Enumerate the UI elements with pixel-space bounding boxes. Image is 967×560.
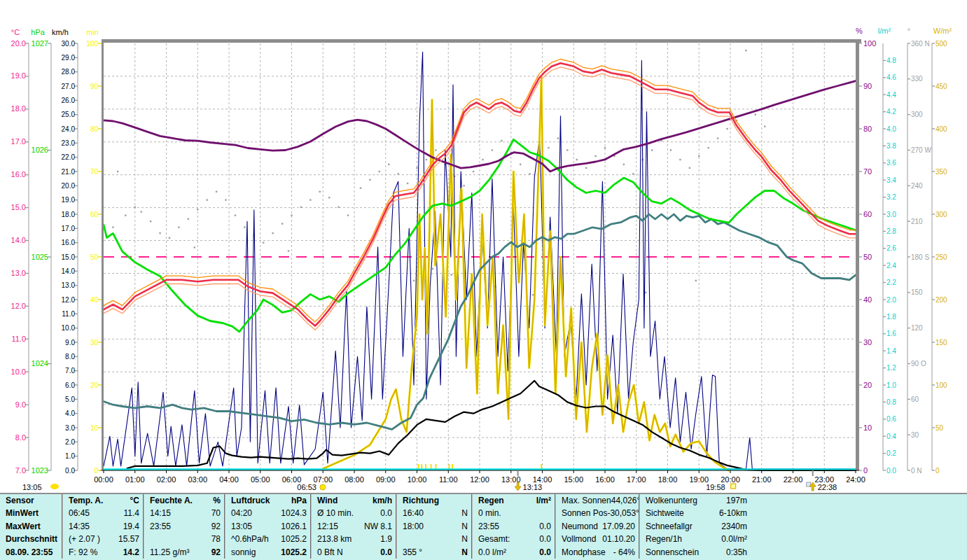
table-row: Richtung [397,494,473,507]
table-cell: Sonnen Pos [562,507,607,519]
table-cell: N [461,520,468,533]
table-row: ^0.6hPa/h1025.2 [225,533,312,545]
table-column-luftdruck: LuftdruckhPa04:201024.313:051026.1^0.6hP… [224,494,312,559]
wind-direction-dot [416,167,417,169]
table-row: Wolkenunterg197m [640,494,752,507]
table-cell: 0.0 [539,546,551,559]
table-row: 23:5592 [144,520,225,533]
table-row: 11.25 g/m³92 [144,546,225,559]
wind-direction-dot [112,226,113,227]
axis-label: 4.2 [886,108,896,115]
table-cell: Neumond [562,520,598,533]
sun-cloud-icon [50,484,59,489]
axis-label: 3.2 [886,193,896,201]
wind-direction-dot [272,232,273,234]
axis-label: 06:53 [297,483,316,491]
table-cell: 1025.2 [281,546,307,559]
table-column-info-1: Max. Sonnen44,026°Sonnen Pos-30,053°Neum… [555,494,640,559]
wind-direction-dot [134,206,136,208]
table-row: Vollmond01.10.20 [556,533,640,545]
table-row: 13:051026.1 [225,520,312,533]
axis-label: 4.0 [886,125,896,133]
table-row: Sensor [0,494,62,507]
table-row: LuftdruckhPa [225,494,312,507]
axis-label: 120 [911,324,923,332]
wind-direction-dot [407,183,408,184]
table-cell: Vollmond [562,533,596,545]
axis-label: 50 [935,424,944,432]
axis-label: 5.0 [65,396,75,403]
axis-label: 3.8 [886,142,896,150]
axis-label: 4.0 [65,410,75,417]
axis-label: 12:00 [470,475,489,484]
wind-direction-dot [225,199,226,200]
wind-direction-dot [244,226,245,227]
axis-label: 30 [911,431,919,439]
table-cell: Sonnenschein [646,546,699,559]
table-cell: Sensor [6,494,34,507]
table-cell: N [461,546,468,559]
table-cell: 13:05 [231,520,252,533]
table-cell: Luftdruck [231,494,270,507]
axis-label: 90 [90,83,99,90]
axis-label: 7.0 [65,367,75,374]
axis-label: 02:00 [157,475,176,484]
axis-label: 3.6 [886,159,896,167]
axis-label: 03:00 [188,475,207,484]
wind-direction-dot [197,209,198,210]
axis-label: 0 [94,467,98,475]
axis-label: 2.0 [65,438,75,446]
table-cell: 23:55 [150,520,171,533]
axis-label: 40 [90,296,99,304]
axis-label: 1.0 [886,382,896,389]
axis-label: 04:00 [219,475,239,484]
axis-label: 11:00 [439,475,458,484]
wind-direction-dot [194,246,195,248]
wind-direction-dot [548,147,549,148]
wind-direction-dot [338,206,339,208]
table-row: Mondphase- 64% [556,546,640,559]
axis-label: 7.0 [15,466,26,475]
axis-label: 90 [863,82,872,90]
wind-direction-dot [288,250,289,251]
wind-direction-dot [585,167,587,169]
axis-label: 60 [911,396,919,403]
axis-label: 150 [911,288,923,296]
axis-label: 15.0 [11,203,26,211]
table-cell: 6-10km [719,507,747,519]
table-cell: Gesamt: [478,533,510,545]
plot-frame-left [102,39,104,470]
wind-direction-dot [726,128,728,130]
axis-label: 30.0 [62,40,76,48]
weather-chart: 00:0001:0002:0003:0004:0005:0006:0007:00… [0,0,967,493]
table-row: 08.09. 23:55 [0,546,62,559]
table-row: N [397,533,473,545]
axis-label: 6.0 [65,382,75,389]
axis-label: 1024 [32,359,48,368]
wind-direction-dot [576,159,578,160]
axis-label: 50 [90,253,99,261]
axis-label: 350 [935,168,947,176]
table-row: MaxWert [0,520,62,533]
axis-label: 70 [90,168,99,176]
axis-label: 17.0 [11,137,26,146]
wind-direction-dot [463,185,464,186]
axis-label: 180 S [911,253,929,261]
axis-label: 13.0 [11,269,26,277]
axis-label: 21.0 [62,168,76,176]
wind-direction-dot [492,149,493,150]
table-column-sensor: SensorMinWertMaxWertDurchschnitt08.09. 2… [0,494,62,559]
axis-label: 1027 [32,39,48,48]
wind-direction-dot [206,199,207,200]
table-row: 14:3519.4 [63,520,144,533]
table-column-info-2: Wolkenunterg197mSichtweite6-10kmSchneefa… [639,494,752,559]
wind-direction-dot [379,171,380,172]
axis-label: 16.0 [62,239,76,246]
axis-label: 19.0 [62,196,76,204]
axis-label: 210 [911,218,923,225]
axis-label: 15.0 [62,253,76,261]
axis-label: 1.2 [886,364,896,372]
wind-direction-dot [557,137,559,139]
axis-label: 1.4 [886,347,896,355]
table-cell: 197m [726,494,747,507]
